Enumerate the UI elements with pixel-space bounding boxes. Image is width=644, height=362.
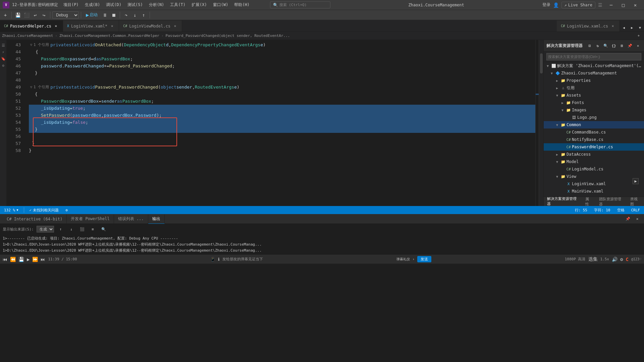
tab-close-loginviewmodel[interactable]: ✕ <box>172 23 178 29</box>
tree-passwordhelper[interactable]: C# PasswordHelper.cs <box>544 143 644 151</box>
toolbar-pause-btn[interactable]: ⏸ <box>101 11 109 19</box>
tree-chevron-dataaccess[interactable]: ▶ <box>554 152 560 157</box>
media-settings-icon[interactable]: ⚙ <box>620 257 623 262</box>
tree-chevron-model[interactable]: ▼ <box>554 159 560 164</box>
live-share-button[interactable]: ↗ Live Share <box>561 2 595 8</box>
r-tab-solution[interactable]: 解决方案资源管理器 <box>544 197 582 206</box>
tab-loginview[interactable]: X LoginView.xaml* ✕ <box>63 20 119 32</box>
tree-model[interactable]: ▼ 📁 Model <box>544 158 644 165</box>
tree-notifybase[interactable]: C# NotifyBase.cs <box>544 136 644 143</box>
tree-chevron-properties[interactable]: ▶ <box>554 78 560 83</box>
toolbar-step-out[interactable]: ↑ <box>140 11 148 19</box>
tree-loginmodel[interactable]: C# LoginModel.cs <box>544 165 644 173</box>
output-tool-3[interactable]: ⬛ <box>78 225 86 233</box>
tree-commandbase[interactable]: C# CommandBase.cs <box>544 128 644 136</box>
bottom-tab-output[interactable]: 输出 <box>148 214 165 224</box>
output-tool-5[interactable]: 🔍 <box>100 225 108 233</box>
r-tab-team[interactable]: 团队资源管理器 <box>596 197 627 206</box>
tree-common[interactable]: ▼ 📁 Common <box>544 121 644 128</box>
fold-43[interactable]: ▽ <box>29 43 34 47</box>
debug-config-dropdown[interactable]: Debug Release <box>52 11 79 19</box>
tree-chevron-fonts[interactable]: ▶ <box>560 100 565 105</box>
menu-extensions[interactable]: 扩展(X) <box>189 1 210 8</box>
tree-images[interactable]: ▼ 📁 Images <box>544 106 644 114</box>
close-button[interactable]: ✕ <box>629 0 641 10</box>
tab-close-loginviewcs[interactable]: ✕ <box>610 23 615 29</box>
tree-chevron-common[interactable]: ▼ <box>554 122 560 127</box>
toolbar-step-into[interactable]: ↓ <box>131 11 139 19</box>
tree-solution[interactable]: ▼ ⬜ 解决方案 'Zhaoxi.CourseManagement'(1 个项目… <box>544 62 644 69</box>
output-tool-1[interactable]: ↑ <box>57 225 65 233</box>
media-play-btn[interactable]: ▶ <box>27 257 30 262</box>
media-save-btn[interactable]: 💾 <box>18 257 24 262</box>
tree-view[interactable]: ▼ 📁 View <box>544 173 644 180</box>
toolbar-redo-btn[interactable]: ↪ <box>40 11 48 19</box>
media-back-btn[interactable]: ⏪ <box>10 257 16 262</box>
code-editor[interactable]: 43 44 45 46 47 48 49 50 51 52 53 54 55 5… <box>7 40 543 206</box>
media-volume-icon[interactable]: 🔊 <box>612 257 618 262</box>
statusbar-issues[interactable]: ✓ 未找到相关问题 <box>28 208 60 213</box>
tree-chevron-assets[interactable]: ▼ <box>554 93 560 98</box>
tab-loginviewcs-right[interactable]: C# LoginView.xaml.cs ✕ <box>557 20 620 32</box>
tree-fonts[interactable]: ▶ 📁 Fonts <box>544 99 644 106</box>
tab-close-loginview[interactable]: ✕ <box>109 23 115 29</box>
tree-chevron-project[interactable]: ▼ <box>549 70 554 76</box>
menu-test[interactable]: 测试(S) <box>125 1 146 8</box>
media-send-btn[interactable]: 发送 <box>417 256 431 262</box>
tree-project[interactable]: ▼ 🔷 Zhaoxi.CourseManagement <box>544 69 644 77</box>
sidebar-icon-4[interactable]: ⚙ <box>1 63 6 68</box>
toolbar-stop-btn[interactable]: ⏹ <box>110 11 118 19</box>
output-close[interactable]: ✕ <box>633 215 641 223</box>
menu-project[interactable]: 项目(P) <box>61 1 82 8</box>
sidebar-icon-2[interactable]: ⚡ <box>1 49 6 55</box>
login-label[interactable]: 登录 <box>542 2 550 8</box>
se-icon-4[interactable]: ⊞ <box>619 42 625 49</box>
tree-chevron-images[interactable]: ▼ <box>560 107 565 113</box>
sidebar-icon-1[interactable]: ☰ <box>1 43 6 48</box>
se-pin[interactable]: 📌 <box>627 42 633 49</box>
menu-build[interactable]: 生成(B) <box>82 1 103 8</box>
output-pin[interactable]: 📌 <box>624 215 632 223</box>
tree-chevron-solution[interactable]: ▼ <box>545 63 550 68</box>
tab-scroll-left[interactable]: ◀ <box>620 23 628 32</box>
media-select-label[interactable]: 选集 <box>588 256 598 262</box>
breadcrumb-project[interactable]: Zhaoxi.CourseManagement <box>1 34 54 38</box>
toolbar-step-over[interactable]: ↷ <box>122 11 130 19</box>
tree-loginview-xaml[interactable]: X LoginView.xaml <box>544 180 644 188</box>
output-source-select[interactable]: 生成 <box>37 226 54 232</box>
statusbar-settings-icon[interactable]: ⚙ <box>64 208 69 212</box>
se-close[interactable]: ✕ <box>635 42 641 49</box>
fold-49[interactable]: ▽ <box>29 85 34 90</box>
minimize-button[interactable]: ─ <box>605 0 617 10</box>
toolbar-save-btn[interactable]: 💾 <box>14 11 22 19</box>
statusbar-zoom[interactable]: 132 % ▼ <box>3 208 20 212</box>
statusbar-col[interactable]: 字符: 10 <box>593 208 612 213</box>
statusbar-row[interactable]: 行: 55 <box>574 208 589 213</box>
tree-references[interactable]: ▶ ⚓ 引用 <box>544 84 644 92</box>
tab-loginviewmodel[interactable]: C# LoginViewModel.cs ✕ <box>119 20 182 32</box>
r-tab-classview[interactable]: 类视图 <box>627 197 644 206</box>
solution-search-bar[interactable] <box>544 52 644 62</box>
tree-assets[interactable]: ▼ 📁 Assets <box>544 92 644 99</box>
sidebar-icon-3[interactable]: 🔖 <box>1 56 6 61</box>
breadcrumb-expand-btn[interactable]: + <box>635 32 643 40</box>
menu-window[interactable]: 窗口(W) <box>210 1 231 8</box>
se-icon-search[interactable]: 🔍 <box>602 42 609 49</box>
menu-tools[interactable]: 工具(T) <box>167 1 188 8</box>
toolbar-undo-btn[interactable]: ↩ <box>31 11 39 19</box>
se-icon-3[interactable]: {} <box>610 42 617 49</box>
menu-analyze[interactable]: 分析(N) <box>146 1 167 8</box>
tree-mainview-xaml[interactable]: X MainView.xaml <box>544 188 644 195</box>
menu-help[interactable]: 帮助(H) <box>231 1 252 8</box>
bottom-tab-powershell[interactable]: 开发者 PowerShell <box>67 214 114 224</box>
maximize-button[interactable]: □ <box>617 0 629 10</box>
toolbar-add-btn[interactable]: + <box>1 11 9 19</box>
media-forward-btn[interactable]: ⏩ <box>32 257 38 262</box>
breadcrumb-method[interactable]: Password_PasswordChanged(object sender, … <box>165 34 291 38</box>
tab-scroll-right[interactable]: ▶ <box>628 23 636 32</box>
media-bullet-btn[interactable]: 弹幕礼仪 <box>396 257 410 262</box>
se-icon-1[interactable]: ⊡ <box>586 42 593 49</box>
start-button[interactable]: ▶ 启动 <box>83 11 100 18</box>
tree-chevron-references[interactable]: ▶ <box>554 85 560 91</box>
r-tab-properties[interactable]: 属性 <box>582 197 596 206</box>
